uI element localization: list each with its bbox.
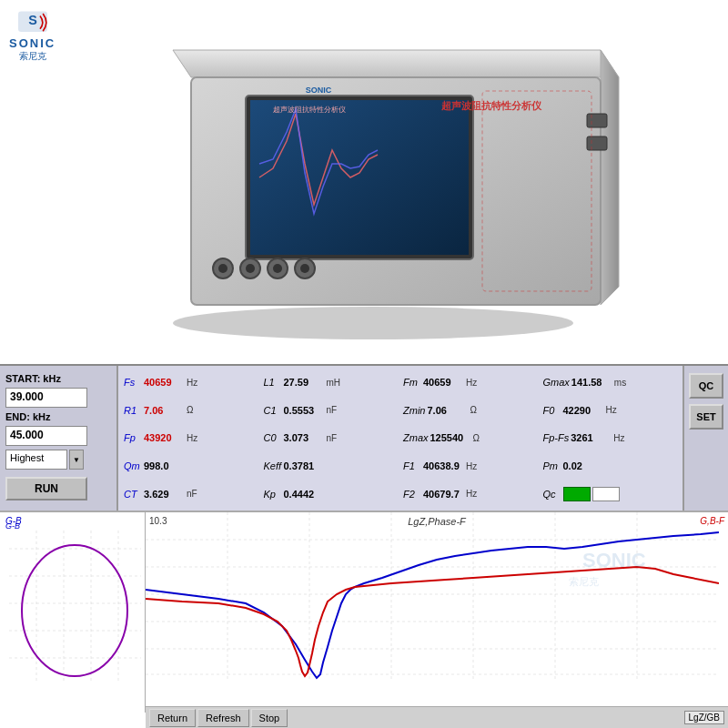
param-keff: Keff 0.3781 bbox=[262, 453, 400, 480]
svg-text:索尼克: 索尼克 bbox=[569, 576, 599, 587]
param-grid: Fs 40659 Hz L1 27.59 mH Fm 40659 Hz Gmax… bbox=[118, 366, 682, 511]
param-name-l1: L1 bbox=[264, 377, 282, 388]
svg-marker-4 bbox=[601, 50, 619, 305]
start-value[interactable]: 39.000 bbox=[5, 388, 87, 408]
device-illustration: 超声波阻抗特性分析仪 超声波阻抗特性分析仪 SONIC bbox=[91, 23, 637, 341]
param-unit-zmax: Ω bbox=[473, 433, 491, 443]
param-unit-ct: nF bbox=[187, 489, 205, 499]
lgz-badge: LgZ/GB bbox=[684, 711, 724, 724]
param-val-c1: 0.5553 bbox=[284, 405, 325, 416]
param-unit-c0: nF bbox=[327, 433, 345, 443]
mode-value: Highest bbox=[5, 450, 67, 470]
end-label: END: kHz bbox=[5, 411, 111, 422]
param-unit-gmax: ms bbox=[614, 378, 632, 388]
param-zmax: Zmax 125540 Ω bbox=[401, 425, 540, 451]
qc-green-indicator bbox=[563, 487, 591, 501]
parameter-panel: START: kHz 39.000 END: kHz 45.000 Highes… bbox=[0, 366, 728, 511]
product-image-area: S SONIC 索尼克 bbox=[0, 0, 728, 364]
param-f0: F0 42290 Hz bbox=[541, 398, 680, 424]
return-button[interactable]: Return bbox=[149, 709, 196, 727]
start-label: START: kHz bbox=[5, 373, 111, 384]
brand-logo: S SONIC 索尼克 bbox=[9, 9, 56, 63]
param-val-kp: 0.4442 bbox=[284, 489, 325, 500]
param-name-f1: F1 bbox=[403, 460, 421, 471]
param-val-pm: 0.02 bbox=[563, 460, 604, 471]
param-val-fm: 40659 bbox=[423, 377, 464, 388]
stop-button[interactable]: Stop bbox=[251, 709, 288, 727]
param-fpfs: Fp-Fs 3261 Hz bbox=[541, 425, 680, 451]
param-val-l1: 27.59 bbox=[284, 377, 325, 388]
param-kp: Kp 0.4442 bbox=[262, 480, 400, 507]
param-unit-c1: nF bbox=[327, 405, 345, 415]
param-val-gmax: 141.58 bbox=[571, 377, 612, 388]
param-unit-zmin: Ω bbox=[470, 405, 488, 415]
param-name-ct: CT bbox=[124, 489, 142, 500]
param-unit-fm: Hz bbox=[466, 378, 484, 388]
left-controls: START: kHz 39.000 END: kHz 45.000 Highes… bbox=[0, 366, 118, 511]
param-unit-f1: Hz bbox=[466, 461, 484, 471]
end-value[interactable]: 45.000 bbox=[5, 426, 87, 446]
param-name-zmax: Zmax bbox=[403, 432, 429, 443]
chart-area: G-B G-B 10.3 LgZ,Phase-F bbox=[0, 511, 728, 728]
brand-sub: 索尼克 bbox=[19, 50, 46, 63]
param-name-fp: Fp bbox=[124, 432, 142, 443]
param-val-keff: 0.3781 bbox=[284, 460, 325, 471]
svg-point-18 bbox=[300, 264, 309, 273]
param-val-fs: 40659 bbox=[144, 377, 185, 388]
lgz-chart: 10.3 LgZ,Phase-F G,B-F bbox=[146, 512, 728, 728]
main-chart-svg: SONIC 索尼克 bbox=[146, 512, 719, 690]
qc-white-indicator bbox=[592, 487, 620, 501]
param-name-qm: Qm bbox=[124, 460, 142, 471]
param-ct: CT 3.629 nF bbox=[122, 480, 260, 507]
param-fs: Fs 40659 Hz bbox=[122, 369, 260, 396]
param-name-kp: Kp bbox=[264, 489, 282, 500]
set-button[interactable]: SET bbox=[689, 404, 723, 430]
param-pm: Pm 0.02 bbox=[541, 453, 680, 480]
run-button[interactable]: RUN bbox=[5, 477, 87, 500]
param-unit-f2: Hz bbox=[466, 489, 484, 499]
gb-chart: G-B G-B bbox=[0, 512, 146, 713]
param-val-fpfs: 3261 bbox=[571, 432, 612, 443]
param-unit-f0: Hz bbox=[606, 405, 624, 415]
param-f1: F1 40638.9 Hz bbox=[401, 453, 540, 480]
svg-point-31 bbox=[22, 545, 127, 676]
chart-bottom-bar: Return Refresh Stop LgZ/GB bbox=[146, 706, 728, 728]
mode-dropdown[interactable]: Highest ▼ bbox=[5, 450, 111, 470]
param-gmax: Gmax 141.58 ms bbox=[541, 369, 680, 396]
param-l1: L1 27.59 mH bbox=[262, 369, 400, 396]
param-unit-l1: mH bbox=[327, 378, 345, 388]
brand-name: SONIC bbox=[9, 36, 56, 50]
param-name-f0: F0 bbox=[543, 405, 561, 416]
svg-marker-3 bbox=[173, 50, 619, 77]
param-zmin: Zmin 7.06 Ω bbox=[401, 398, 540, 424]
param-val-c0: 3.073 bbox=[284, 432, 325, 443]
param-name-keff: Keff bbox=[264, 460, 282, 471]
qc-button[interactable]: QC bbox=[689, 373, 723, 399]
svg-text:S: S bbox=[28, 13, 37, 27]
param-val-f1: 40638.9 bbox=[423, 460, 464, 471]
param-name-fs: Fs bbox=[124, 377, 142, 388]
param-name-r1: R1 bbox=[124, 405, 142, 416]
param-val-f2: 40679.7 bbox=[423, 489, 464, 500]
param-qc: Qc bbox=[541, 480, 680, 507]
param-qm: Qm 998.0 bbox=[122, 453, 260, 480]
dropdown-arrow-icon[interactable]: ▼ bbox=[69, 450, 84, 470]
svg-point-14 bbox=[246, 264, 255, 273]
param-unit-fpfs: Hz bbox=[613, 433, 632, 443]
param-fp: Fp 43920 Hz bbox=[122, 425, 260, 451]
param-val-f0: 42290 bbox=[563, 405, 604, 416]
param-name-fm: Fm bbox=[403, 377, 421, 388]
svg-text:超声波阻抗特性分析仪: 超声波阻抗特性分析仪 bbox=[440, 100, 542, 111]
param-name-c0: C0 bbox=[264, 432, 282, 443]
gb-chart-svg: G-B bbox=[0, 512, 146, 690]
param-val-qm: 998.0 bbox=[144, 460, 185, 471]
sonic-logo-icon: S bbox=[15, 9, 51, 36]
param-val-zmin: 7.06 bbox=[427, 405, 468, 416]
param-fm: Fm 40659 Hz bbox=[401, 369, 540, 396]
param-r1: R1 7.06 Ω bbox=[122, 398, 260, 424]
param-val-zmax: 125540 bbox=[430, 432, 471, 443]
svg-rect-20 bbox=[587, 136, 607, 150]
param-val-r1: 7.06 bbox=[144, 405, 185, 416]
refresh-button[interactable]: Refresh bbox=[197, 709, 249, 727]
param-f2: F2 40679.7 Hz bbox=[401, 480, 540, 507]
